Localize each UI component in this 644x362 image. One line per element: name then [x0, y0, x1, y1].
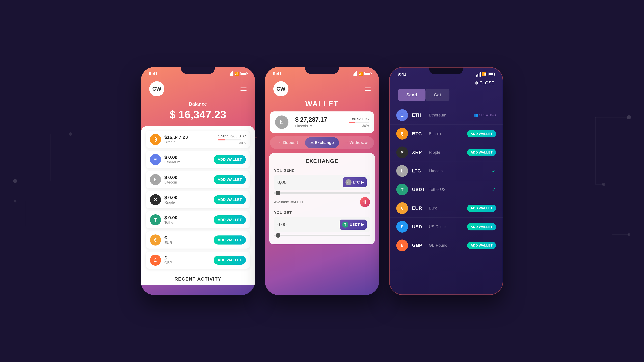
btc-right: 1.58357203 BTC 30% — [218, 134, 246, 145]
get-tab[interactable]: Get — [426, 89, 450, 101]
close-button[interactable]: CLOSE — [480, 80, 494, 85]
xrp-row[interactable]: ✕ $ 0.00 Ripple ADD WALLET — [146, 191, 250, 208]
notch-2 — [305, 67, 339, 74]
phone-wallet: 9:41 📶 CW Balance $ 16,347.23 — [141, 67, 255, 295]
btc-name: Bitcoin — [164, 140, 218, 144]
gbp-add-wallet-btn[interactable]: ADD WALLET — [214, 256, 246, 265]
send-currency-selector[interactable]: Ł LTC ▶ — [343, 177, 366, 187]
gbp-row[interactable]: £ £ GBP ADD WALLET — [146, 252, 250, 269]
ltc-badge: 80.93 LTC — [349, 117, 369, 121]
list-eth[interactable]: Ξ ETH Ethereum 👥CREATING — [390, 106, 502, 124]
tether-icon: T — [150, 214, 161, 225]
battery-icon — [240, 72, 247, 75]
get-currency-arrow: ▶ — [361, 222, 364, 227]
btc-progress-wrap — [218, 139, 242, 140]
wifi-icon-2: 📶 — [358, 71, 363, 76]
signal-icon-3 — [476, 72, 481, 77]
close-btn-row: ⊗ CLOSE — [390, 77, 502, 87]
eth-row[interactable]: Ξ $ 0.00 Ethereum ADD WALLET — [146, 151, 250, 168]
eth-info: $ 0.00 Ethereum — [164, 155, 214, 164]
phone-currency-list: 9:41 📶 ⊗ CLOSE Send Get Ξ ETH Ethereum — [389, 67, 503, 295]
list-gbp[interactable]: £ GBP GB Pound ADD WALLET — [390, 236, 502, 255]
menu-button-1[interactable] — [240, 87, 246, 91]
list-ltc-check: ✓ — [492, 168, 496, 174]
tether-amount: $ 0.00 — [164, 215, 214, 220]
list-usdt-check: ✓ — [492, 187, 496, 193]
btc-icon: ₿ — [150, 134, 161, 145]
litecoin-right: 80.93 LTC 30% — [349, 117, 369, 128]
eur-info: € EUR — [164, 235, 214, 245]
list-gbp-code: GBP — [412, 243, 429, 248]
get-slider-thumb — [276, 233, 280, 238]
deposit-tab[interactable]: ← Deposit — [271, 137, 305, 148]
tether-add-wallet-btn[interactable]: ADD WALLET — [214, 215, 246, 224]
recent-activity-label: RECENT ACTIVITY — [146, 272, 250, 285]
signal-icon — [228, 71, 233, 76]
send-value: 0,00 — [278, 180, 343, 185]
get-value: 0.00 — [278, 222, 340, 227]
phones-container: 9:41 📶 CW Balance $ 16,347.23 — [141, 67, 503, 295]
logo-1: CW — [149, 81, 164, 96]
menu-button-2[interactable] — [364, 87, 371, 91]
list-usd-code: USD — [412, 224, 429, 229]
ltc-progress-wrap — [349, 122, 369, 123]
time-3: 9:41 — [398, 71, 406, 77]
list-usd-add[interactable]: ADD WALLET — [467, 223, 496, 230]
you-send-label: YOU SEND — [274, 168, 370, 173]
send-input-row[interactable]: 0,00 Ł LTC ▶ — [274, 175, 370, 190]
logo-2: CW — [273, 81, 288, 96]
get-currency: USDT — [350, 222, 360, 227]
ltc-pct: 30% — [349, 124, 369, 128]
send-currency: LTC — [353, 180, 360, 185]
btc-amount: $16,347.23 — [164, 135, 218, 140]
available-text: Available 384 ETH — [274, 200, 304, 204]
tether-row[interactable]: T $ 0.00 Tether ADD WALLET — [146, 211, 250, 228]
list-btc[interactable]: ₿ BTC Bitcoin ADD WALLET — [390, 124, 502, 143]
ltc-icon: Ł — [150, 174, 161, 185]
get-currency-selector[interactable]: T USDT ▶ — [340, 220, 366, 230]
send-slider[interactable] — [274, 192, 370, 194]
list-usdt[interactable]: T USDT TetherUS ✓ — [390, 180, 502, 199]
list-eur-add[interactable]: ADD WALLET — [467, 205, 496, 212]
list-btc-name: Bitcoin — [429, 131, 467, 136]
list-xrp[interactable]: ✕ XRP Ripple ADD WALLET — [390, 143, 502, 162]
ltc-add-wallet-btn[interactable]: ADD WALLET — [214, 175, 246, 184]
btc-row[interactable]: ₿ $16,347.23 Bitcoin 1.58357203 BTC 30% — [146, 131, 250, 148]
list-ltc[interactable]: Ł LTC Litecoin ✓ — [390, 162, 502, 180]
xrp-add-wallet-btn[interactable]: ADD WALLET — [214, 195, 246, 204]
notch-3 — [429, 67, 463, 74]
get-slider[interactable] — [274, 235, 370, 236]
status-icons-3: 📶 — [476, 72, 494, 77]
withdraw-tab[interactable]: → Withdraw — [339, 137, 373, 148]
list-btc-icon: ₿ — [396, 128, 408, 140]
list-eur-code: EUR — [412, 205, 429, 211]
ltc-info: $ 0.00 Litecoin — [164, 175, 214, 185]
send-currency-arrow: ▶ — [361, 180, 364, 185]
exchange-tab[interactable]: ⇄ Exchange — [305, 137, 339, 148]
eur-row[interactable]: € € EUR ADD WALLET — [146, 231, 250, 249]
wallet-title: WALLET — [265, 100, 379, 111]
eth-add-wallet-btn[interactable]: ADD WALLET — [214, 155, 246, 164]
list-xrp-add[interactable]: ADD WALLET — [467, 149, 496, 156]
wallet-content: ₿ $16,347.23 Bitcoin 1.58357203 BTC 30% … — [141, 126, 255, 285]
get-input-row[interactable]: 0.00 T USDT ▶ — [274, 217, 370, 232]
exchange-title: EXCHANGE — [274, 158, 370, 164]
list-eur[interactable]: € EUR Euro ADD WALLET — [390, 199, 502, 218]
list-usd[interactable]: $ USD US Dollar ADD WALLET — [390, 218, 502, 236]
list-gbp-add[interactable]: ADD WALLET — [467, 242, 496, 249]
litecoin-card[interactable]: Ł $ 27,287.17 Litecoin ▼ 80.93 LTC 30% — [270, 111, 374, 133]
you-get-label: YOU GET — [274, 211, 370, 215]
eur-icon: € — [150, 234, 161, 246]
wifi-icon: 📶 — [234, 71, 239, 76]
ltc-progress-fill — [349, 122, 355, 123]
gbp-amount: £ — [164, 255, 214, 261]
ltc-amount: $ 0.00 — [164, 175, 214, 180]
time-2: 9:41 — [273, 71, 282, 76]
list-btc-add[interactable]: ADD WALLET — [467, 130, 496, 137]
balance-section: Balance $ 16,347.23 — [141, 100, 255, 126]
balance-label: Balance — [141, 101, 255, 107]
swap-button[interactable]: ⇅ — [360, 197, 370, 207]
eur-add-wallet-btn[interactable]: ADD WALLET — [214, 236, 246, 245]
send-tab[interactable]: Send — [398, 89, 426, 101]
ltc-row[interactable]: Ł $ 0.00 Litecoin ADD WALLET — [146, 171, 250, 188]
